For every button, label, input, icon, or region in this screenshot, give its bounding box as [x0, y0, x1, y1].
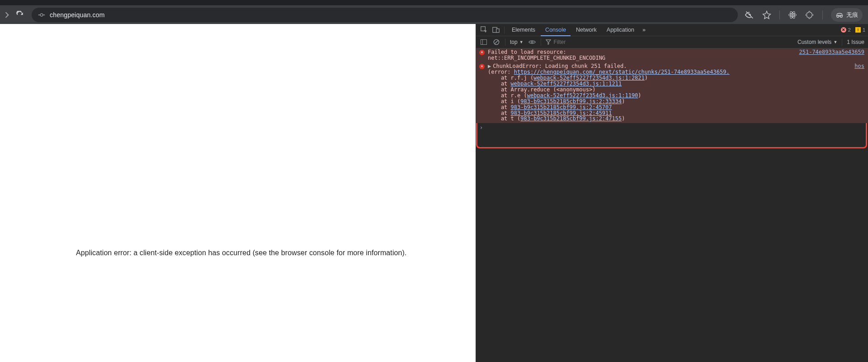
toolbar-divider [822, 10, 823, 19]
extensions-icon[interactable] [805, 10, 814, 19]
reload-icon[interactable] [15, 10, 24, 19]
error-badge-icon: ✕ [479, 49, 485, 61]
devtools-tabs: Elements Console Network Application » ✕… [476, 24, 868, 36]
more-tabs-icon[interactable]: » [640, 27, 648, 33]
svg-rect-10 [481, 39, 487, 44]
svg-point-14 [531, 41, 533, 43]
divider [505, 38, 505, 46]
inspect-icon[interactable] [479, 26, 490, 33]
context-selector[interactable]: top ▼ [510, 39, 524, 45]
filter-input[interactable] [554, 39, 793, 45]
svg-point-2 [40, 14, 43, 16]
incognito-pill[interactable]: 无痕 [831, 8, 863, 22]
log-levels-selector[interactable]: Custom levels ▼ [797, 39, 837, 45]
device-toggle-icon[interactable] [491, 27, 501, 33]
clear-console-icon[interactable] [492, 39, 500, 45]
svg-rect-9 [496, 29, 499, 33]
stack-link[interactable]: webpack-52eff5227f2354d3.js:1:2821 [533, 75, 645, 81]
svg-rect-0 [38, 14, 40, 15]
filter-wrap [546, 39, 793, 45]
stack-link[interactable]: 983-b9c315b2185cbf99.js:2:47155 [520, 115, 622, 122]
divider [541, 38, 541, 46]
tab-network[interactable]: Network [571, 24, 601, 36]
stack-link[interactable]: 983-b9c315b2185cbf99.js:2:45707 [511, 104, 612, 110]
stack-link[interactable]: webpack-52eff5227f2354d3.js:1:1190 [527, 92, 638, 99]
issues-label[interactable]: 1 Issue [847, 39, 864, 45]
funnel-icon [546, 39, 551, 45]
address-bar[interactable]: chengpeiquan.com [32, 8, 738, 22]
tab-strip [0, 0, 868, 5]
console-toolbar: top ▼ Custom levels ▼ 1 Issue [476, 36, 868, 48]
source-link[interactable]: hos [854, 63, 864, 122]
error-text: Failed to load resource: net::ERR_INCOMP… [488, 49, 799, 61]
console-prompt[interactable]: › [476, 123, 868, 133]
error-count-badge[interactable]: ✕2 [841, 27, 851, 33]
console-error-entry[interactable]: ✕ Failed to load resource: net::ERR_INCO… [476, 48, 868, 62]
toolbar-divider [779, 10, 780, 19]
svg-point-3 [792, 14, 793, 15]
chevron-down-icon: ▼ [519, 40, 524, 44]
stack-link[interactable]: 983-b9c315b2185cbf99.js:2:33334 [520, 98, 622, 105]
source-link[interactable]: 251-74e8933aa5e43659 [799, 49, 865, 61]
tab-application[interactable]: Application [602, 24, 639, 36]
forward-arrow-icon[interactable] [4, 11, 11, 19]
divider [842, 38, 842, 46]
browser-toolbar: chengpeiquan.com 无痕 [0, 5, 868, 24]
stack-link[interactable]: webpack-52eff5227f2354d3.js:1:1211 [511, 81, 622, 87]
prompt-chevron-icon: › [480, 125, 483, 131]
eye-off-icon[interactable] [745, 10, 754, 19]
warning-count-badge[interactable]: !1 [855, 27, 865, 33]
toolbar-right: 无痕 [745, 8, 864, 22]
svg-line-13 [495, 41, 498, 44]
chevron-down-icon: ▼ [833, 40, 837, 44]
react-devtools-icon[interactable] [788, 10, 797, 19]
sidebar-toggle-icon[interactable] [480, 39, 488, 45]
incognito-label: 无痕 [846, 11, 858, 19]
tab-console[interactable]: Console [541, 24, 571, 36]
devtools-panel: Elements Console Network Application » ✕… [476, 24, 868, 362]
live-expression-icon[interactable] [528, 39, 536, 45]
web-page: Application error: a client-side excepti… [0, 24, 476, 362]
error-badge-icon: ✕ [479, 63, 485, 122]
console-messages: ✕ Failed to load resource: net::ERR_INCO… [476, 48, 868, 362]
url-text: chengpeiquan.com [50, 11, 105, 19]
app-error-text: Application error: a client-side excepti… [76, 249, 407, 257]
error-text: ▶ChunkLoadError: Loading chunk 251 faile… [488, 63, 854, 122]
star-icon[interactable] [762, 10, 771, 19]
site-info-icon[interactable] [38, 12, 45, 18]
divider [504, 26, 505, 33]
svg-rect-1 [43, 14, 45, 15]
error-url-link[interactable]: https://chengpeiquan.com/_next/static/ch… [514, 69, 730, 75]
stack-link[interactable]: 983-b9c315b2185cbf99.js:2:45911 [511, 110, 612, 116]
tab-elements[interactable]: Elements [507, 24, 540, 36]
main-split: Application error: a client-side excepti… [0, 24, 868, 362]
console-error-entry[interactable]: ✕ ▶ChunkLoadError: Loading chunk 251 fai… [476, 62, 868, 124]
